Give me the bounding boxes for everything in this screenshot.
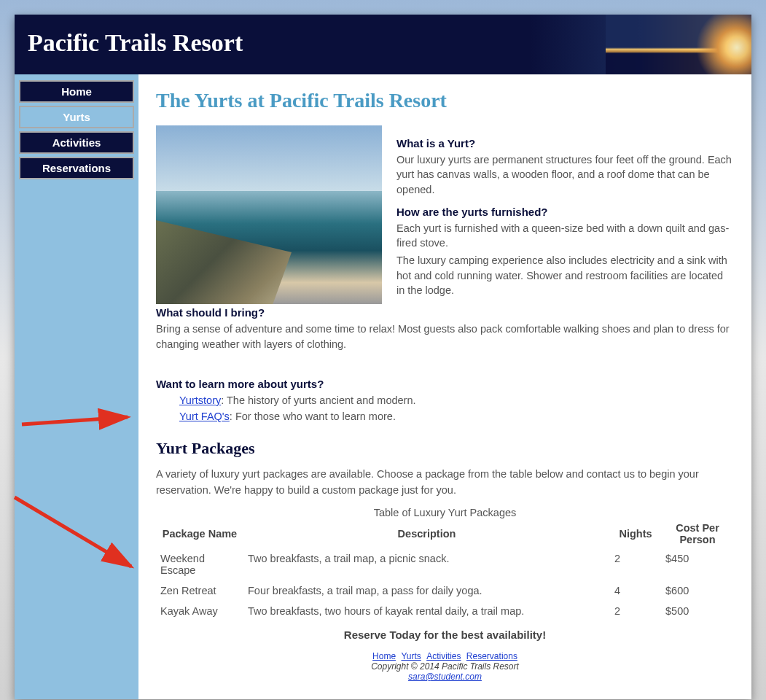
page-title: The Yurts at Pacific Trails Resort xyxy=(156,89,734,112)
faq-q3: What should I bring? xyxy=(156,306,734,319)
yurtfaq-desc: : For those who want to learn more. xyxy=(230,411,396,422)
table-cell: $500 xyxy=(661,601,734,621)
table-cell: 2 xyxy=(610,548,661,580)
table-header: Cost Per Person xyxy=(661,519,734,548)
table-row: Kayak AwayTwo breakfasts, two hours of k… xyxy=(156,601,734,621)
site-title: Pacific Trails Resort xyxy=(28,29,738,57)
faq-a3: Bring a sense of adventure and some time… xyxy=(156,322,734,351)
table-cell: $450 xyxy=(661,548,734,580)
packages-intro: A variety of luxury yurt packages are av… xyxy=(156,467,734,499)
table-cell: Four breakfasts, a trail map, a pass for… xyxy=(243,580,610,601)
table-cell: Zen Retreat xyxy=(156,580,243,601)
table-header: Nights xyxy=(610,519,661,548)
nav-item-yurts[interactable]: Yurts xyxy=(19,106,134,128)
table-caption: Table of Luxury Yurt Packages xyxy=(374,507,517,518)
table-cell: Weekend Escape xyxy=(156,548,243,580)
coast-photo xyxy=(156,125,382,304)
site-header: Pacific Trails Resort xyxy=(15,15,751,74)
table-cell: Two breakfasts, two hours of kayak renta… xyxy=(243,601,610,621)
nav-item-home[interactable]: Home xyxy=(19,80,134,103)
yurtfaq-link[interactable]: Yurt FAQ's xyxy=(179,411,230,422)
table-header: Package Name xyxy=(156,519,243,548)
main-content: The Yurts at Pacific Trails Resort What … xyxy=(138,74,751,699)
packages-heading: Yurt Packages xyxy=(156,439,734,458)
table-cell: 4 xyxy=(610,580,661,601)
table-cell: Kayak Away xyxy=(156,601,243,621)
table-row: Weekend EscapeTwo breakfasts, a trail ma… xyxy=(156,548,734,580)
footer-link-activities[interactable]: Activities xyxy=(426,651,461,661)
reserve-cta: Reserve Today for the best availability! xyxy=(156,629,734,641)
table-cell: $600 xyxy=(661,580,734,601)
yurtstory-link[interactable]: Yurtstory xyxy=(179,394,221,406)
table-cell: 2 xyxy=(610,601,661,621)
footer-link-reservations[interactable]: Reservations xyxy=(466,651,517,661)
yurtstory-desc: : The history of yurts ancient and moder… xyxy=(221,394,415,406)
learn-more-section: Want to learn more about yurts? Yurtstor… xyxy=(156,363,734,425)
nav-item-activities[interactable]: Activities xyxy=(19,131,134,154)
learn-heading: Want to learn more about yurts? xyxy=(156,378,734,390)
footer: Home Yurts Activities Reservations Copyr… xyxy=(156,648,734,692)
footer-email-link[interactable]: sara@student.com xyxy=(408,672,482,682)
footer-link-yurts[interactable]: Yurts xyxy=(401,651,421,661)
packages-table: Package NameDescriptionNightsCost Per Pe… xyxy=(156,519,734,621)
table-cell: Two breakfasts, a trail map, a picnic sn… xyxy=(243,548,610,580)
nav-item-reservations[interactable]: Reservations xyxy=(19,157,134,179)
footer-link-home[interactable]: Home xyxy=(372,651,396,661)
table-header: Description xyxy=(243,519,610,548)
copyright: Copyright © 2014 Pacific Trails Resort xyxy=(156,661,734,672)
table-row: Zen RetreatFour breakfasts, a trail map,… xyxy=(156,580,734,601)
sidebar: HomeYurtsActivitiesReservations xyxy=(15,74,138,699)
main-nav: HomeYurtsActivitiesReservations xyxy=(19,80,134,179)
